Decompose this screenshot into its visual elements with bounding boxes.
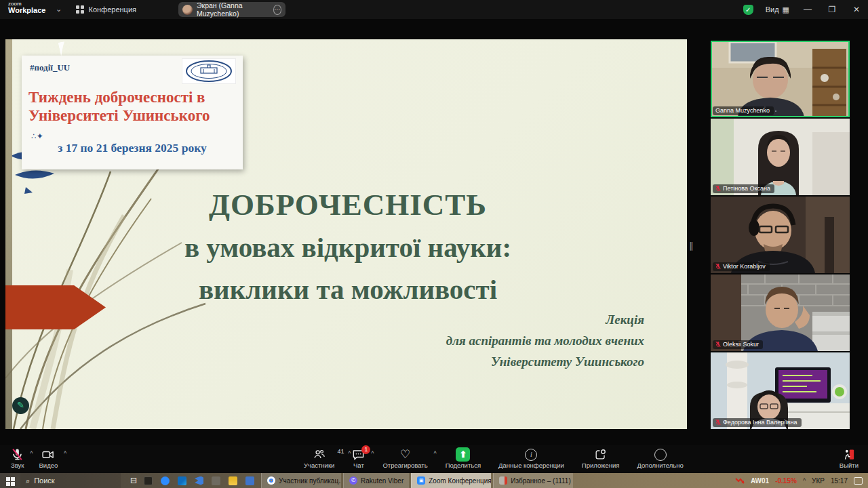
- pinned-app-icon[interactable]: [212, 476, 220, 485]
- slide-title-line3: виклики та можливості: [87, 268, 609, 310]
- notification-center-icon[interactable]: [854, 477, 863, 485]
- participants-chevron[interactable]: ^: [348, 450, 351, 457]
- chrome-icon: [267, 476, 275, 485]
- video-tile[interactable]: Oleksii Sokur: [711, 274, 850, 351]
- video-button[interactable]: ^ Видео: [39, 447, 58, 469]
- taskbar-app-label: Участник публикац...: [279, 477, 341, 485]
- photos-icon[interactable]: [245, 476, 254, 485]
- react-chevron[interactable]: ^: [433, 450, 436, 457]
- participant-name: Федорова Інна Валеріївна: [723, 419, 797, 426]
- chevron-down-icon[interactable]: ⌄: [56, 5, 62, 14]
- zoom-app-icon[interactable]: [161, 476, 170, 485]
- video-tile[interactable]: Viktor Korabljov: [711, 197, 850, 273]
- chat-unread-badge: 1: [361, 445, 370, 454]
- leave-door-icon: [842, 448, 856, 461]
- security-shield-icon[interactable]: ✓: [743, 5, 753, 15]
- taskbar-app-label: Rakuten Viber: [361, 477, 403, 485]
- leave-button[interactable]: Выйти: [840, 447, 859, 469]
- shared-screen-slide: #події_UU Тиждень доброчесності в Універ…: [5, 39, 687, 429]
- taskbar-app-chrome[interactable]: Участник публикац...: [261, 473, 341, 488]
- pinned-app-icon[interactable]: [144, 476, 153, 485]
- video-tile[interactable]: Федорова Інна Валеріївна: [711, 352, 850, 429]
- participant-name-badge: Федорова Інна Валеріївна: [713, 418, 802, 427]
- audio-label: Звук: [11, 462, 24, 469]
- video-tile[interactable]: Ganna Muzychenko: [711, 41, 850, 117]
- apps-button[interactable]: Приложения: [582, 447, 620, 469]
- heart-icon: ♡: [400, 447, 410, 462]
- avatar: [182, 5, 193, 15]
- zoom-taskbar-icon: ▣: [417, 476, 425, 485]
- subtitle-line1: Лекція: [446, 309, 644, 330]
- meeting-info-button[interactable]: i Данные конференции: [498, 447, 564, 469]
- meeting-stage: #події_UU Тиждень доброчесності в Універ…: [0, 19, 868, 445]
- system-tray: AW01 -0.15% ^ УКР 15:17: [735, 476, 868, 485]
- participants-button[interactable]: 41 ^ Участники: [304, 447, 334, 469]
- muted-mic-icon: [715, 185, 721, 192]
- audio-button[interactable]: ^ Звук: [11, 447, 24, 469]
- video-options-chevron[interactable]: ^: [64, 450, 66, 457]
- start-button[interactable]: [0, 475, 20, 486]
- video-sidebar: Ganna Muzychenko Петінова Оксана: [711, 41, 850, 430]
- clock[interactable]: 15:17: [831, 477, 848, 485]
- minimize-button[interactable]: —: [802, 5, 814, 14]
- event-card: #події_UU Тиждень доброчесності в Універ…: [22, 56, 243, 169]
- slide-subtitle: Лекція для аспірантів та молодих вчених …: [446, 309, 644, 372]
- stock-ticker-icon: [735, 476, 745, 485]
- audio-options-chevron[interactable]: ^: [30, 450, 33, 457]
- participant-name-badge: Петінова Оксана: [713, 184, 774, 193]
- windows-logo-icon: [6, 477, 15, 486]
- subtitle-line3: Університету Ушинського: [446, 351, 644, 372]
- search-placeholder: Поиск: [34, 476, 54, 485]
- tab-options-icon[interactable]: ⋯: [273, 5, 281, 15]
- more-icon: [654, 449, 667, 461]
- meeting-icon: [76, 5, 84, 14]
- react-label: Отреагировать: [382, 462, 427, 469]
- participants-label: Участники: [304, 462, 334, 469]
- chat-chevron[interactable]: ^: [371, 450, 374, 457]
- vscode-icon[interactable]: [195, 476, 203, 485]
- taskbar-search[interactable]: ⌕ Поиск: [20, 473, 121, 488]
- taskbar-app-zoom[interactable]: ▣ Zoom Конференция: [411, 473, 491, 488]
- language-indicator[interactable]: УКР: [812, 477, 825, 485]
- task-view-icon[interactable]: ⊟: [130, 476, 137, 485]
- outlook-icon[interactable]: [178, 476, 186, 485]
- favorites-icon: [499, 476, 507, 485]
- participant-name-badge: Viktor Korabljov: [713, 262, 770, 271]
- view-label: Вид: [766, 5, 779, 14]
- tab-meeting[interactable]: Конференция: [76, 3, 136, 16]
- windows-taskbar: ⌕ Поиск ⊟ Участник публикац... ✆ Rakuten…: [0, 473, 868, 488]
- tab-screen-share[interactable]: Экран (Ganna Muzychenko) ⋯: [178, 2, 285, 17]
- slide-title-line1: ДОБРОЧЕСНІСТЬ: [87, 183, 609, 226]
- video-tile[interactable]: Петінова Оксана: [711, 119, 850, 195]
- card-title-line1: Тиждень доброчесності в: [28, 88, 239, 106]
- taskbar-app-label: Избранное – (1111): [511, 477, 570, 485]
- chat-button[interactable]: 1 ^ Чат: [352, 447, 365, 469]
- tray-expand-chevron[interactable]: ^: [803, 477, 806, 484]
- viber-icon: ✆: [349, 476, 357, 485]
- participant-name-badge: Ganna Muzychenko: [713, 106, 774, 115]
- event-hashtag: #події_UU: [30, 62, 70, 73]
- view-grid-icon: ▦: [783, 5, 789, 14]
- info-icon: i: [525, 449, 537, 461]
- apps-icon: [594, 448, 607, 461]
- share-screen-icon: ⬆: [456, 447, 470, 462]
- share-button[interactable]: ⬆ Поделиться: [446, 447, 481, 469]
- panel-resize-handle[interactable]: ∥: [689, 241, 694, 251]
- participant-name: Viktor Korabljov: [723, 263, 766, 270]
- chat-label: Чат: [353, 462, 364, 469]
- info-label: Данные конференции: [498, 462, 564, 469]
- close-button[interactable]: ✕: [850, 5, 863, 14]
- camera-icon: [41, 448, 55, 461]
- file-explorer-icon[interactable]: [229, 476, 237, 485]
- annotate-pencil-button[interactable]: ✎: [12, 397, 29, 414]
- taskbar-app-viber[interactable]: ✆ Rakuten Viber: [343, 473, 409, 488]
- taskbar-app-favorites[interactable]: Избранное – (1111): [493, 473, 573, 488]
- react-button[interactable]: ♡ ^ Отреагировать: [382, 447, 427, 469]
- taskbar-app-label: Zoom Конференция: [429, 477, 491, 485]
- more-button[interactable]: Дополнительно: [637, 447, 683, 469]
- restore-button[interactable]: ❐: [826, 5, 838, 14]
- zoom-workplace-logo: zoom Workplace: [8, 1, 45, 14]
- view-button[interactable]: Вид ▦: [766, 5, 789, 14]
- meeting-toolbar: ^ Звук ^ Видео 41 ^ Участники 1 ^ Чат ♡ …: [0, 445, 868, 473]
- muted-mic-icon: [715, 263, 721, 270]
